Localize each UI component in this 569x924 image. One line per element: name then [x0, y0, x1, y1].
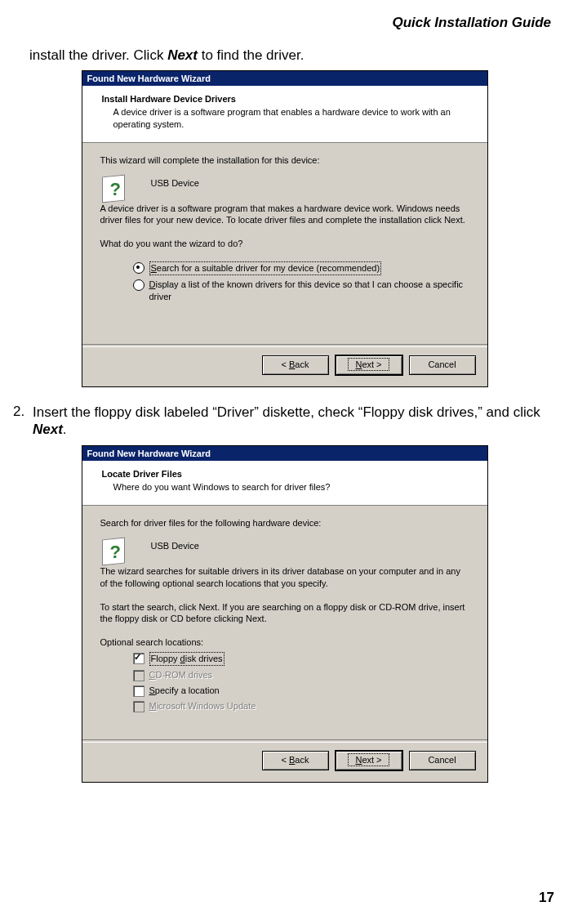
back-button[interactable]: < Back [262, 751, 329, 770]
back-label: < Back [282, 359, 309, 369]
dialog1-line3: What do you want the wizard to do? [100, 238, 469, 250]
cancel-button[interactable]: Cancel [409, 355, 476, 375]
intro-prefix: install the driver. Click [29, 47, 167, 63]
step2-suffix: . [63, 422, 67, 437]
checkbox-floppy-label: Floppy disk drives [149, 652, 224, 666]
back-button[interactable]: < Back [262, 355, 329, 375]
dialog1-line1: This wizard will complete the installati… [100, 154, 469, 167]
step2-prefix: Insert the floppy disk labeled “Driver” … [33, 404, 540, 420]
divider [82, 344, 487, 347]
next-label: Next > [348, 358, 389, 371]
dialog1-titlebar: Found New Hardware Wizard [82, 71, 487, 86]
dialog2-line2: The wizard searches for suitable drivers… [100, 565, 469, 590]
wizard-dialog-1: Found New Hardware Wizard Install Hardwa… [82, 70, 488, 387]
cancel-button[interactable]: Cancel [409, 751, 476, 770]
dialog2-line3: To start the search, click Next. If you … [100, 601, 469, 626]
dialog1-line2: A device driver is a software program th… [100, 203, 469, 227]
cancel-label: Cancel [428, 755, 456, 765]
intro-text: install the driver. Click Next to find t… [29, 47, 556, 64]
next-label: Next > [348, 753, 389, 766]
next-button[interactable]: Next > [336, 355, 402, 375]
checkbox-icon [133, 701, 144, 712]
checkbox-windows-update[interactable]: Microsoft Windows Update [133, 700, 469, 712]
dialog2-buttons: < Back Next > Cancel [82, 751, 487, 782]
checkbox-specify-label: Specify a location [149, 685, 220, 697]
radio-display-option[interactable]: Display a list of the known drivers for … [133, 279, 469, 303]
radio-display-label: Display a list of the known drivers for … [149, 279, 469, 303]
radio-icon [133, 279, 144, 291]
checkbox-icon [133, 670, 144, 681]
opt2-text: isplay a list of the known drivers for t… [149, 279, 464, 301]
step2-text: Insert the floppy disk labeled “Driver” … [33, 404, 556, 440]
dialog1-banner-desc: A device driver is a software program th… [113, 106, 473, 131]
radio-icon [133, 262, 144, 274]
dialog1-content: This wizard will complete the installati… [82, 143, 487, 339]
divider [82, 739, 487, 743]
dialog2-banner-desc: Where do you want Windows to search for … [113, 481, 473, 493]
step2-emphasis: Next [33, 422, 63, 437]
dialog2-titlebar: Found New Hardware Wizard [82, 446, 487, 461]
cancel-label: Cancel [428, 359, 456, 369]
back-label: < Back [282, 755, 309, 765]
checkbox-cdrom[interactable]: CD-ROM drives [133, 669, 469, 681]
question-icon: ? [102, 176, 130, 203]
checkbox-cdrom-label: CD-ROM drives [149, 669, 213, 681]
dialog1-banner-title: Install Hardware Device Drivers [102, 94, 473, 104]
checkbox-icon [133, 653, 144, 664]
checkbox-windows-update-label: Microsoft Windows Update [149, 700, 256, 712]
intro-emphasis: Next [167, 47, 198, 63]
dialog2-wrap: Found New Hardware Wizard Locate Driver … [13, 445, 556, 783]
dialog2-title: Found New Hardware Wizard [87, 449, 211, 458]
question-icon: ? [102, 538, 130, 566]
document-page: Quick Installation Guide install the dri… [0, 0, 569, 924]
checkbox-icon [133, 685, 144, 697]
next-button[interactable]: Next > [336, 751, 402, 770]
dialog2-device: USB Device [151, 541, 469, 551]
dialog1-title: Found New Hardware Wizard [87, 74, 211, 83]
dialog2-line4: Optional search locations: [100, 636, 469, 649]
radio-search-label: Search for a suitable driver for my devi… [149, 261, 382, 275]
dialog2-banner: Locate Driver Files Where do you want Wi… [82, 461, 487, 506]
step2-number: 2. [13, 404, 33, 440]
page-number: 17 [539, 890, 554, 906]
intro-suffix: to find the driver. [198, 47, 304, 63]
dialog2-content: Search for driver files for the followin… [82, 506, 487, 734]
dialog1-buttons: < Back Next > Cancel [82, 355, 487, 386]
step2-row: 2. Insert the floppy disk labeled “Drive… [13, 404, 556, 440]
radio-search-option[interactable]: Search for a suitable driver for my devi… [133, 261, 469, 275]
dialog1-wrap: Found New Hardware Wizard Install Hardwa… [13, 70, 556, 387]
dialog1-banner: Install Hardware Device Drivers A device… [82, 86, 487, 143]
dialog2-line1: Search for driver files for the followin… [100, 517, 469, 529]
opt1-text: earch for a suitable driver for my devic… [157, 263, 380, 273]
document-header: Quick Installation Guide [13, 15, 551, 31]
wizard-dialog-2: Found New Hardware Wizard Locate Driver … [82, 445, 488, 783]
dialog2-banner-title: Locate Driver Files [102, 469, 473, 479]
checkbox-floppy[interactable]: Floppy disk drives [133, 652, 469, 666]
dialog1-device: USB Device [151, 178, 469, 188]
checkbox-specify[interactable]: Specify a location [133, 685, 469, 697]
